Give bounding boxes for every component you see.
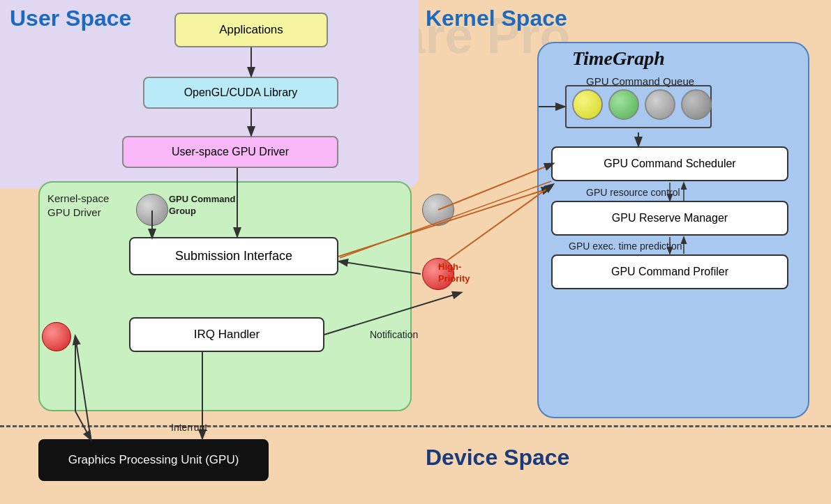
svg-line-4 [438, 164, 553, 210]
user-space-label: User Space [10, 6, 131, 31]
gpu-exec-label: GPU exec. time prediction [569, 240, 682, 252]
userspace-driver-label: User-space GPU Driver [172, 146, 289, 158]
gpu-scheduler-label: GPU Command Scheduler [604, 158, 735, 170]
notification-label: Notification [370, 329, 418, 340]
gpu-profiler-label: GPU Command Profiler [611, 266, 728, 278]
interrupt-label: Interrupt [171, 422, 207, 433]
gpu-scheduler-box: GPU Command Scheduler [551, 146, 788, 181]
submission-interface-label: Submission Interface [175, 249, 292, 264]
queue-circle-3 [645, 89, 675, 120]
queue-circle-2 [608, 89, 639, 120]
device-space-label: Device Space [426, 445, 569, 471]
queue-circle-1 [572, 89, 603, 120]
high-priority-label: High-Priority [438, 261, 470, 285]
gpu-label: Graphics Processing Unit (GPU) [68, 453, 239, 467]
gpu-reserve-box: GPU Reserve Manager [551, 201, 788, 236]
kernel-space-label: Kernel Space [426, 6, 567, 31]
gpu-command-group-circle [136, 194, 168, 226]
opengl-cuda-label: OpenGL/CUDA Library [184, 86, 298, 99]
irq-handler-label: IRQ Handler [194, 328, 260, 342]
gpu-resource-label: GPU resource control [586, 187, 680, 198]
kernel-driver-label: Kernel-spaceGPU Driver [47, 192, 109, 219]
opengl-cuda-box: OpenGL/CUDA Library [143, 77, 338, 109]
gpu-command-group-circle-2 [422, 194, 454, 226]
red-circle-left [42, 322, 71, 351]
queue-circle-4 [681, 89, 712, 120]
gpu-profiler-box: GPU Command Profiler [551, 254, 788, 289]
gpu-reserve-label: GPU Reserve Manager [612, 212, 728, 224]
userspace-driver-box: User-space GPU Driver [122, 136, 338, 168]
submission-interface-box: Submission Interface [129, 237, 338, 275]
queue-circles [572, 89, 712, 120]
device-space-divider [0, 425, 831, 427]
timegraph-label: TimeGraph [572, 47, 665, 70]
applications-box: Applications [174, 13, 328, 47]
gpu-box: Graphics Processing Unit (GPU) [38, 439, 269, 481]
irq-handler-box: IRQ Handler [129, 317, 324, 352]
applications-label: Applications [219, 23, 283, 37]
gpu-command-group-label: GPU CommandGroup [169, 194, 235, 217]
svg-line-7 [438, 185, 553, 267]
